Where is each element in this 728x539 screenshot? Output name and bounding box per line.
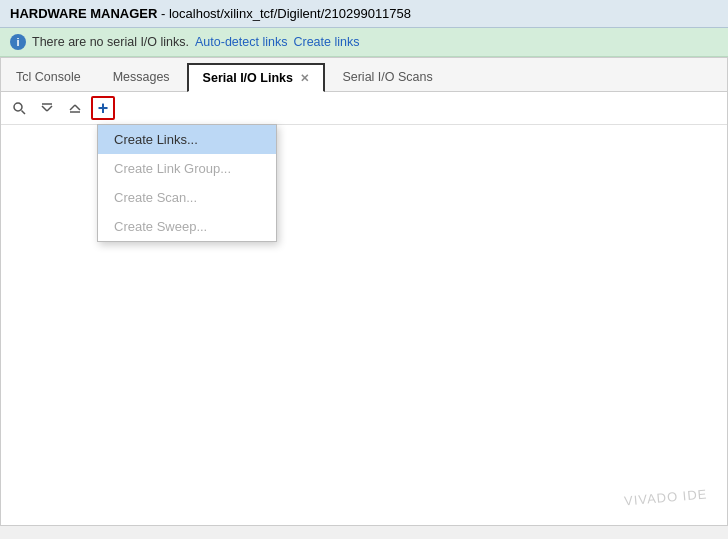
tab-serial-io-links[interactable]: Serial I/O Links ✕ (187, 63, 326, 92)
expand-icon (68, 101, 82, 115)
collapse-button[interactable] (35, 96, 59, 120)
svg-line-2 (42, 106, 47, 111)
search-icon (12, 101, 26, 115)
tab-tcl-console[interactable]: Tcl Console (1, 63, 96, 92)
menu-item-create-sweep: Create Sweep... (98, 212, 276, 241)
menu-item-create-scan: Create Scan... (98, 183, 276, 212)
info-message: There are no serial I/O links. (32, 35, 189, 49)
auto-detect-link[interactable]: Auto-detect links (195, 35, 287, 49)
menu-item-create-links[interactable]: Create Links... (98, 125, 276, 154)
main-panel: Tcl Console Messages Serial I/O Links ✕ … (0, 57, 728, 526)
dropdown-menu: Create Links... Create Link Group... Cre… (97, 124, 277, 242)
title-separator: - (161, 6, 169, 21)
tab-bar: Tcl Console Messages Serial I/O Links ✕ … (1, 58, 727, 92)
watermark: VIVADO IDE (623, 486, 707, 508)
svg-line-6 (75, 105, 80, 110)
add-button[interactable]: + (91, 96, 115, 120)
plus-icon: + (98, 98, 109, 119)
svg-line-1 (22, 111, 26, 115)
create-links-link[interactable]: Create links (293, 35, 359, 49)
tab-serial-io-scans[interactable]: Serial I/O Scans (327, 63, 447, 92)
info-icon: i (10, 34, 26, 50)
tab-messages[interactable]: Messages (98, 63, 185, 92)
svg-line-3 (47, 106, 52, 111)
svg-point-0 (14, 103, 22, 111)
toolbar: + Create Links... Create Link Group... C… (1, 92, 727, 125)
title-path: localhost/xilinx_tcf/Digilent/2102990117… (169, 6, 411, 21)
collapse-icon (40, 101, 54, 115)
svg-line-5 (70, 105, 75, 110)
tab-close-icon[interactable]: ✕ (300, 72, 309, 84)
info-bar: i There are no serial I/O links. Auto-de… (0, 28, 728, 57)
title-prefix: HARDWARE MANAGER (10, 6, 157, 21)
menu-item-create-link-group: Create Link Group... (98, 154, 276, 183)
title-bar: HARDWARE MANAGER - localhost/xilinx_tcf/… (0, 0, 728, 28)
search-button[interactable] (7, 96, 31, 120)
expand-button[interactable] (63, 96, 87, 120)
